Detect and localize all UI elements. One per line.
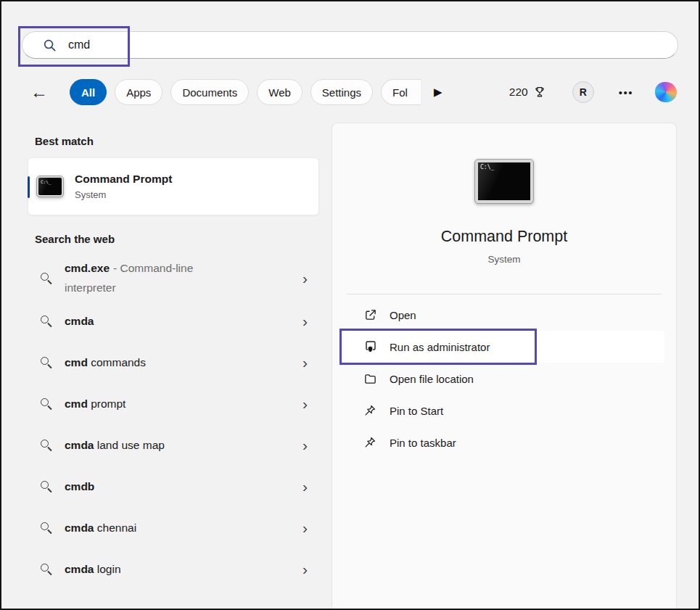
web-suggestion[interactable]: cmda › (28, 300, 319, 342)
admin-shield-icon (363, 339, 377, 354)
chevron-right-icon[interactable]: › (297, 313, 313, 329)
tab-label: Documents (182, 86, 237, 99)
action-pin-to-taskbar[interactable]: Pin to taskbar (344, 426, 664, 458)
suggestion-query: cmd.exe (65, 262, 110, 274)
command-prompt-icon: C:\_ (37, 176, 63, 197)
suggestion-rest: prompt (88, 397, 126, 410)
tab-documents[interactable]: Documents (170, 79, 249, 105)
suggestion-query: cmdb (65, 480, 94, 492)
tab-label: Apps (126, 86, 151, 99)
best-match-heading: Best match (35, 135, 319, 147)
suggestion-query: cmda (65, 522, 94, 534)
web-suggestion[interactable]: cmda land use map › (28, 424, 319, 466)
suggestion-query: cmda (65, 563, 94, 575)
play-icon[interactable]: ▶ (434, 86, 442, 99)
avatar-initial: R (580, 86, 587, 98)
suggestion-text: cmda login (65, 559, 121, 579)
terminal-prompt-text: C:\_ (41, 179, 51, 184)
app-hero: C:\_ Command Prompt System (332, 123, 676, 265)
chevron-right-icon[interactable]: › (297, 437, 313, 453)
best-match-item[interactable]: C:\_ Command Prompt System (28, 157, 319, 215)
action-label: Open (390, 309, 416, 321)
search-icon (41, 522, 49, 530)
best-match-title: Command Prompt (75, 173, 172, 186)
action-label: Run as administrator (390, 341, 490, 353)
action-pin-to-start[interactable]: Pin to Start (344, 395, 664, 426)
windows-search-window: { "colors": { "accent_blue": "#0067c0", … (0, 0, 700, 610)
tab-label: Web (268, 86, 291, 99)
web-suggestion[interactable]: cmda chennai › (28, 507, 319, 548)
tab-label: Fol (392, 86, 408, 99)
tab-all[interactable]: All (70, 79, 107, 105)
action-run-as-administrator[interactable]: Run as administrator (344, 331, 664, 363)
app-subtitle: System (487, 254, 520, 265)
tab-settings[interactable]: Settings (310, 79, 373, 105)
rewards-badge[interactable]: 220 (509, 86, 546, 99)
action-open-file-location[interactable]: Open file location (344, 363, 664, 395)
search-icon (43, 38, 57, 52)
web-suggestion[interactable]: cmd prompt › (28, 383, 319, 424)
web-suggestion[interactable]: cmd commands › (28, 342, 319, 383)
suggestion-query: cmd (65, 397, 88, 410)
tab-web[interactable]: Web (257, 79, 302, 105)
suggestion-text: cmd commands (65, 353, 146, 372)
search-input[interactable] (67, 38, 575, 52)
chevron-right-icon[interactable]: › (297, 396, 313, 411)
suggestion-query: cmd (65, 356, 88, 368)
rewards-trophy-icon (533, 86, 546, 99)
back-arrow-icon[interactable]: ← (30, 83, 48, 101)
chevron-right-icon[interactable]: › (297, 479, 313, 494)
pin-icon (363, 403, 377, 418)
web-suggestion[interactable]: cmda login › (28, 548, 319, 590)
search-icon (41, 564, 49, 572)
search-icon (41, 481, 49, 489)
search-icon (41, 273, 49, 281)
suggestion-rest: chennai (94, 522, 137, 534)
tab-folders-truncated[interactable]: Fol (381, 79, 421, 105)
search-icon (41, 398, 49, 406)
copilot-icon[interactable] (655, 82, 677, 102)
suggestion-text: cmdb (65, 477, 94, 496)
suggestion-query: cmda (65, 315, 94, 327)
command-prompt-icon-large: C:\_ (475, 160, 533, 203)
chevron-right-icon[interactable]: › (297, 355, 313, 370)
search-web-heading: Search the web (35, 233, 319, 245)
action-label: Pin to Start (390, 405, 443, 417)
search-icon (41, 357, 49, 365)
suggestion-text: cmd.exe- Command-line interpreter (65, 258, 242, 297)
suggestion-rest: land use map (94, 439, 165, 451)
suggestion-text: cmda chennai (65, 518, 136, 537)
topbar-right-group: 220 R ••• (509, 81, 677, 103)
pin-icon (363, 435, 377, 450)
action-open[interactable]: Open (344, 299, 664, 331)
results-column: Best match C:\_ Command Prompt System Se… (28, 118, 319, 609)
rewards-points: 220 (509, 86, 528, 99)
search-bar[interactable] (22, 31, 678, 59)
more-options-icon[interactable]: ••• (619, 86, 633, 99)
suggestion-text: cmda land use map (65, 435, 165, 455)
tab-label: All (81, 86, 95, 99)
open-external-icon (363, 308, 377, 322)
search-icon (41, 316, 49, 323)
best-match-subtitle: System (75, 189, 172, 200)
chevron-right-icon[interactable]: › (297, 520, 313, 535)
preview-panel: C:\_ Command Prompt System Open (332, 123, 677, 609)
action-label: Pin to taskbar (390, 437, 456, 449)
app-title: Command Prompt (441, 228, 567, 246)
tab-apps[interactable]: Apps (115, 79, 162, 105)
action-label: Open file location (390, 373, 474, 385)
web-suggestion-list: cmd.exe- Command-line interpreter › cmda… (28, 255, 319, 590)
divider (347, 294, 662, 294)
suggestion-text: cmd prompt (65, 394, 125, 413)
web-suggestion[interactable]: cmd.exe- Command-line interpreter › (28, 255, 319, 300)
best-match-text: Command Prompt System (75, 173, 172, 200)
folder-icon (363, 371, 377, 386)
suggestion-rest: login (94, 563, 121, 575)
search-icon (41, 440, 49, 448)
web-suggestion[interactable]: cmdb › (28, 466, 319, 507)
chevron-right-icon[interactable]: › (297, 271, 313, 286)
chevron-right-icon[interactable]: › (297, 561, 313, 577)
avatar[interactable]: R (572, 81, 594, 103)
suggestion-rest: commands (88, 356, 146, 368)
terminal-prompt-text: C:\_ (480, 164, 494, 170)
